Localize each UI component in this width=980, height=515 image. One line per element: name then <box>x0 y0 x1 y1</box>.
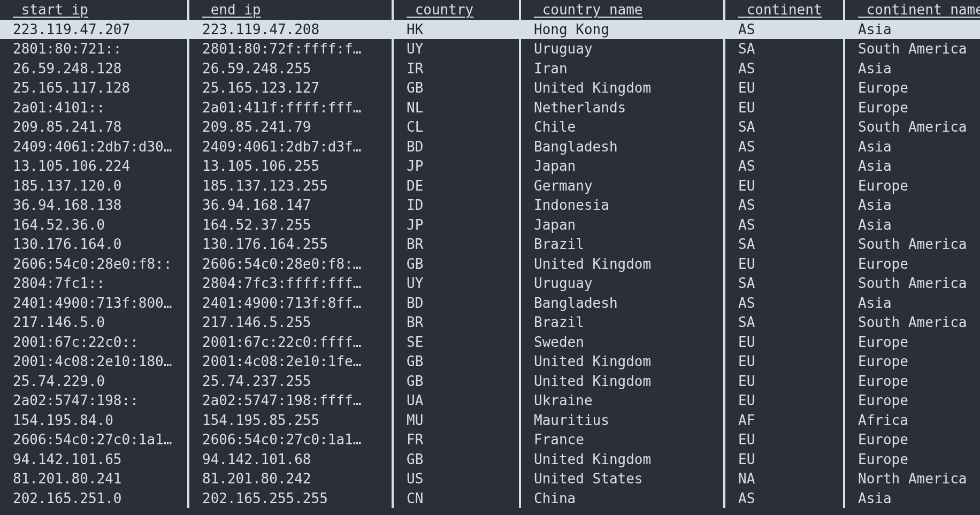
cell-continent_name: North America <box>845 469 980 489</box>
table-row[interactable]: 217.146.5.0217.146.5.255BRBrazilSASouth … <box>0 313 980 332</box>
cell-start_ip: 2401:4900:713f:800… <box>0 293 187 313</box>
col-header-country-name[interactable]: country_name <box>521 0 723 20</box>
table-row[interactable]: 209.85.241.78209.85.241.79CLChileSASouth… <box>0 117 980 137</box>
cell-end_ip: 13.105.106.255 <box>189 156 392 176</box>
cell-continent: EU <box>725 372 843 391</box>
table-row[interactable]: 2804:7fc1::2804:7fc3:ffff:fff…UYUruguayS… <box>0 274 980 293</box>
cell-continent: AS <box>725 293 843 313</box>
cell-continent_name: Europe <box>845 372 980 391</box>
cell-end_ip: 2804:7fc3:ffff:fff… <box>189 274 392 293</box>
cell-end_ip: 130.176.164.255 <box>189 234 392 254</box>
cell-country: IR <box>394 59 519 79</box>
cell-continent_name: Africa <box>845 411 980 430</box>
table-row[interactable]: 81.201.80.24181.201.80.242USUnited State… <box>0 469 980 489</box>
cell-country_name: Brazil <box>521 313 723 332</box>
cell-continent_name: Europe <box>845 98 980 118</box>
cell-end_ip: 2801:80:72f:ffff:f… <box>189 39 392 59</box>
table-row[interactable]: 2401:4900:713f:800…2401:4900:713f:8ff…BD… <box>0 293 980 313</box>
table-row[interactable]: 25.165.117.12825.165.123.127GBUnited Kin… <box>0 78 980 98</box>
table-row[interactable]: 26.59.248.12826.59.248.255IRIranASAsia <box>0 59 980 79</box>
table-row[interactable]: 185.137.120.0185.137.123.255DEGermanyEUE… <box>0 176 980 196</box>
table-row[interactable]: 2a01:4101::2a01:411f:ffff:fff…NLNetherla… <box>0 98 980 118</box>
table-row[interactable]: 2a02:5747:198::2a02:5747:198:ffff…UAUkra… <box>0 391 980 411</box>
table-row[interactable]: 2409:4061:2db7:d30…2409:4061:2db7:d3f…BD… <box>0 137 980 157</box>
cell-country_name: Bangladesh <box>521 137 723 157</box>
cell-country_name: Bangladesh <box>521 293 723 313</box>
table-row[interactable]: 202.165.251.0202.165.255.255CNChinaASAsi… <box>0 489 980 509</box>
ip-geo-table[interactable]: start_ip end_ip country country_name con… <box>0 0 980 508</box>
col-header-end-ip[interactable]: end_ip <box>189 0 392 20</box>
cell-country: DE <box>394 176 519 196</box>
cell-continent_name: Asia <box>845 59 980 79</box>
cell-continent: EU <box>725 430 843 450</box>
cell-country: BD <box>394 293 519 313</box>
cell-start_ip: 223.119.47.207 <box>0 20 187 40</box>
cell-continent: AS <box>725 20 843 40</box>
cell-continent: NA <box>725 469 843 489</box>
cell-country: JP <box>394 156 519 176</box>
cell-country: ID <box>394 195 519 215</box>
cell-continent: SA <box>725 234 843 254</box>
table-row[interactable]: 94.142.101.6594.142.101.68GBUnited Kingd… <box>0 450 980 469</box>
table-row[interactable]: 2001:67c:22c0::2001:67c:22c0:ffff…SESwed… <box>0 332 980 352</box>
cell-country: GB <box>394 372 519 391</box>
table-row[interactable]: 25.74.229.025.74.237.255GBUnited Kingdom… <box>0 372 980 391</box>
table-row[interactable]: 2001:4c08:2e10:180…2001:4c08:2e10:1fe…GB… <box>0 352 980 372</box>
cell-continent_name: South America <box>845 274 980 293</box>
table-row[interactable]: 223.119.47.207223.119.47.208HKHong KongA… <box>0 20 980 40</box>
cell-start_ip: 25.165.117.128 <box>0 78 187 98</box>
table-row[interactable]: 130.176.164.0130.176.164.255BRBrazilSASo… <box>0 234 980 254</box>
cell-start_ip: 2001:4c08:2e10:180… <box>0 352 187 372</box>
cell-country_name: United States <box>521 469 723 489</box>
cell-country_name: Sweden <box>521 332 723 352</box>
cell-continent: AS <box>725 59 843 79</box>
cell-continent: EU <box>725 176 843 196</box>
table-row[interactable]: 36.94.168.13836.94.168.147IDIndonesiaASA… <box>0 195 980 215</box>
cell-country: BR <box>394 234 519 254</box>
cell-end_ip: 154.195.85.255 <box>189 411 392 430</box>
cell-country_name: United Kingdom <box>521 78 723 98</box>
cell-end_ip: 81.201.80.242 <box>189 469 392 489</box>
cell-country_name: Germany <box>521 176 723 196</box>
table-row[interactable]: 2606:54c0:28e0:f8::2606:54c0:28e0:f8:…GB… <box>0 254 980 274</box>
cell-end_ip: 25.74.237.255 <box>189 372 392 391</box>
cell-country_name: Chile <box>521 117 723 137</box>
cell-end_ip: 2401:4900:713f:8ff… <box>189 293 392 313</box>
col-header-country[interactable]: country <box>394 0 519 20</box>
cell-continent: EU <box>725 98 843 118</box>
col-header-continent[interactable]: continent <box>725 0 843 20</box>
col-header-continent-name[interactable]: continent_name <box>845 0 980 20</box>
cell-start_ip: 2a01:4101:: <box>0 98 187 118</box>
cell-continent: EU <box>725 450 843 469</box>
cell-continent_name: Europe <box>845 254 980 274</box>
cell-country: GB <box>394 254 519 274</box>
cell-continent: EU <box>725 352 843 372</box>
cell-country: JP <box>394 215 519 235</box>
table-row[interactable]: 2801:80:721::2801:80:72f:ffff:f…UYUrugua… <box>0 39 980 59</box>
cell-country_name: United Kingdom <box>521 352 723 372</box>
cell-continent_name: South America <box>845 117 980 137</box>
table-row[interactable]: 154.195.84.0154.195.85.255MUMauritiusAFA… <box>0 411 980 430</box>
cell-country_name: United Kingdom <box>521 372 723 391</box>
cell-start_ip: 202.165.251.0 <box>0 489 187 509</box>
table-row[interactable]: 164.52.36.0164.52.37.255JPJapanASAsia <box>0 215 980 235</box>
table-row[interactable]: 2606:54c0:27c0:1a1…2606:54c0:27c0:1a1…FR… <box>0 430 980 450</box>
cell-continent_name: Asia <box>845 156 980 176</box>
cell-continent_name: Europe <box>845 78 980 98</box>
cell-continent: AS <box>725 489 843 509</box>
cell-start_ip: 26.59.248.128 <box>0 59 187 79</box>
cell-country: FR <box>394 430 519 450</box>
cell-start_ip: 36.94.168.138 <box>0 195 187 215</box>
cell-country_name: Uruguay <box>521 274 723 293</box>
cell-start_ip: 13.105.106.224 <box>0 156 187 176</box>
cell-continent_name: Europe <box>845 430 980 450</box>
cell-start_ip: 2a02:5747:198:: <box>0 391 187 411</box>
cell-start_ip: 2001:67c:22c0:: <box>0 332 187 352</box>
cell-end_ip: 209.85.241.79 <box>189 117 392 137</box>
cell-start_ip: 2606:54c0:27c0:1a1… <box>0 430 187 450</box>
cell-start_ip: 2801:80:721:: <box>0 39 187 59</box>
cell-country_name: Brazil <box>521 234 723 254</box>
cell-continent_name: Asia <box>845 137 980 157</box>
col-header-start-ip[interactable]: start_ip <box>0 0 187 20</box>
table-row[interactable]: 13.105.106.22413.105.106.255JPJapanASAsi… <box>0 156 980 176</box>
